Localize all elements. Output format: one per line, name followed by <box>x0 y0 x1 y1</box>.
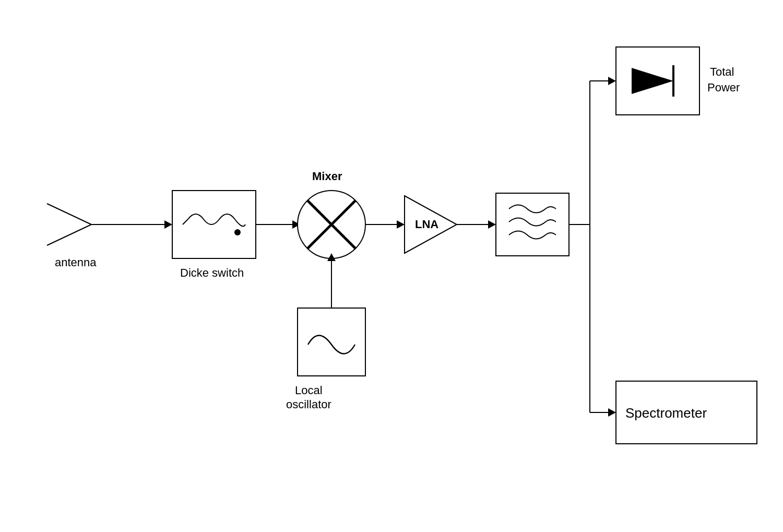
mixer-label: Mixer <box>312 170 342 183</box>
total-power-label-line1: Total <box>710 65 734 78</box>
dicke-switch-box <box>172 191 256 258</box>
dicke-switch-dot <box>234 229 241 235</box>
local-oscillator-box <box>298 308 365 376</box>
dicke-switch-label: Dicke switch <box>180 266 244 279</box>
local-oscillator-label-line2: oscillator <box>286 398 331 411</box>
block-diagram: antenna Dicke switch Mixer LNA <box>0 0 783 532</box>
local-oscillator-label-line1: Local <box>295 384 323 397</box>
total-power-label-line2: Power <box>707 81 740 94</box>
filter-box <box>496 193 569 256</box>
spectrometer-label: Spectrometer <box>625 405 707 421</box>
antenna-label: antenna <box>55 256 97 269</box>
lna-label: LNA <box>415 218 438 231</box>
